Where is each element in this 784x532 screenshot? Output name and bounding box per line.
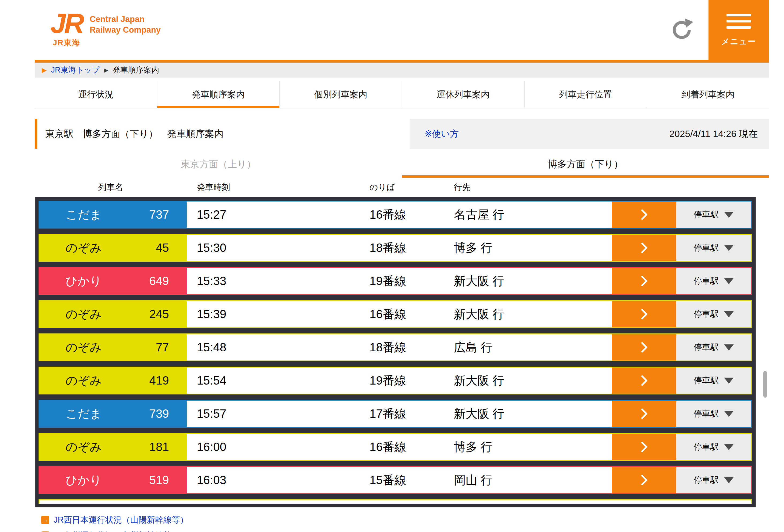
stops-dropdown-button[interactable]: 停車駅	[676, 202, 751, 228]
stops-dropdown-button[interactable]: 停車駅	[676, 367, 751, 394]
departure-board-wrap: こだま 737 15:27 16番線 名古屋 行 停車駅 のぞみ 45 15:3…	[35, 197, 769, 507]
jr-logo-text: JR	[50, 11, 83, 36]
hamburger-icon	[726, 14, 751, 29]
column-header-time: 発車時刻	[187, 182, 359, 193]
destination: 広島 行	[454, 339, 612, 355]
chevron-right-icon	[637, 473, 651, 487]
direction-tab-up-label: 東京方面（上り）	[181, 158, 256, 171]
page: JR JR東海 Central Japan Railway Company メニ…	[0, 0, 784, 532]
title-bar: 東京駅 博多方面（下り） 発車順序案内 ※使い方 2025/4/11 14:26…	[35, 119, 769, 149]
jr-logo-mark: JR JR東海	[50, 11, 83, 48]
jr-central-logo[interactable]: JR JR東海 Central Japan Railway Company	[50, 11, 161, 48]
train-row: のぞみ 245 15:39 16番線 新大阪 行 停車駅	[38, 300, 752, 328]
column-header-train: 列車名	[35, 182, 187, 193]
train-name: のぞみ	[65, 339, 102, 355]
menu-button[interactable]: メニュー	[708, 0, 769, 63]
stops-label: 停車駅	[694, 242, 719, 254]
train-name-cell: のぞみ 77	[39, 334, 187, 360]
platform: 18番線	[359, 339, 454, 355]
page-title: 東京駅 博多方面（下り） 発車順序案内	[45, 128, 224, 140]
detail-arrow-button[interactable]	[612, 235, 676, 261]
train-number: 649	[149, 274, 169, 288]
detail-arrow-button[interactable]	[612, 367, 676, 394]
destination: 博多 行	[454, 240, 612, 256]
direction-tab-down[interactable]: 博多方面（下り）	[402, 153, 769, 178]
chevron-right-icon	[637, 340, 651, 355]
stops-dropdown-button[interactable]: 停車駅	[676, 334, 751, 360]
refresh-icon[interactable]	[669, 17, 695, 43]
chevron-down-icon	[724, 212, 734, 218]
stops-dropdown-button[interactable]: 停車駅	[676, 235, 751, 261]
train-name-cell: ひかり 649	[39, 268, 187, 294]
train-info-cell: 15:39 16番線 新大阪 行	[187, 301, 612, 327]
breadcrumb-arrow-icon: ▶	[42, 66, 47, 74]
stops-label: 停車駅	[694, 408, 719, 419]
stops-dropdown-button[interactable]: 停車駅	[676, 467, 751, 493]
company-name-line2: Railway Company	[90, 25, 161, 35]
detail-arrow-button[interactable]	[612, 268, 676, 294]
stops-dropdown-button[interactable]: 停車駅	[676, 434, 751, 460]
tab-3[interactable]: 運休列車案内	[402, 81, 524, 108]
column-headers: 列車名 発車時刻 のりば 行先	[35, 178, 769, 197]
chevron-down-icon	[724, 345, 734, 351]
stops-dropdown-button[interactable]: 停車駅	[676, 301, 751, 327]
train-row: ひかり 649 15:33 19番線 新大阪 行 停車駅	[38, 267, 752, 295]
destination: 岡山 行	[454, 472, 612, 488]
train-row: こだま 737 15:27 16番線 名古屋 行 停車駅	[38, 201, 752, 229]
direction-tab-up[interactable]: 東京方面（上り）	[35, 153, 402, 178]
stops-dropdown-button[interactable]: 停車駅	[676, 268, 751, 294]
platform: 17番線	[359, 406, 454, 422]
train-name-cell: こだま 739	[39, 401, 187, 427]
company-name: Central Japan Railway Company	[90, 14, 161, 48]
stops-label: 停車駅	[694, 275, 719, 287]
tab-5[interactable]: 到着列車案内	[647, 81, 769, 108]
train-name-cell: のぞみ 245	[39, 301, 187, 327]
breadcrumb: ▶ JR東海トップ ▶ 発車順序案内	[35, 63, 769, 78]
jr-west-status-link[interactable]: JR西日本運行状況（山陽新幹線等）	[41, 514, 769, 526]
tab-0[interactable]: 運行状況	[35, 81, 157, 108]
departure-time: 15:39	[187, 307, 359, 321]
train-number: 45	[156, 241, 169, 255]
timestamp: 2025/4/11 14:26 現在	[669, 128, 758, 140]
breadcrumb-home-link[interactable]: JR東海トップ	[51, 65, 100, 76]
destination: 新大阪 行	[454, 373, 612, 389]
departure-time: 15:27	[187, 208, 359, 221]
departure-time: 15:33	[187, 274, 359, 288]
table-scrollbar-thumb[interactable]	[763, 371, 767, 398]
stops-label: 停車駅	[694, 342, 719, 353]
stops-dropdown-button[interactable]: 停車駅	[676, 401, 751, 427]
jr-tokai-label: JR東海	[53, 37, 80, 48]
platform: 18番線	[359, 240, 454, 256]
detail-arrow-button[interactable]	[612, 401, 676, 427]
chevron-down-icon	[724, 245, 734, 251]
footer-links: JR西日本運行状況（山陽新幹線等） JR九州運行状況（九州新幹線等）	[35, 514, 769, 532]
detail-arrow-button[interactable]	[612, 467, 676, 493]
detail-arrow-button[interactable]	[612, 434, 676, 460]
jr-kyushu-status-link[interactable]: JR九州運行状況（九州新幹線等）	[41, 530, 769, 532]
detail-arrow-button[interactable]	[612, 301, 676, 327]
train-number: 419	[149, 374, 169, 387]
train-info-cell: 15:57 17番線 新大阪 行	[187, 401, 612, 427]
train-info-cell: 15:48 18番線 広島 行	[187, 334, 612, 360]
tab-2[interactable]: 個別列車案内	[279, 81, 402, 108]
destination: 新大阪 行	[454, 273, 612, 289]
tab-1[interactable]: 発車順序案内	[157, 81, 279, 108]
usage-link[interactable]: ※使い方	[425, 128, 459, 140]
train-row: ひかり 519 16:03 15番線 岡山 行 停車駅	[38, 466, 752, 494]
train-info-cell: 16:00 16番線 博多 行	[187, 434, 612, 460]
train-name-cell: のぞみ 181	[39, 434, 187, 460]
detail-arrow-button[interactable]	[612, 334, 676, 360]
chevron-down-icon	[724, 278, 734, 284]
jr-kyushu-status-label: JR九州運行状況（九州新幹線等）	[54, 530, 180, 532]
detail-arrow-button[interactable]	[612, 202, 676, 228]
train-row: のぞみ 77 15:48 18番線 広島 行 停車駅	[38, 333, 752, 361]
platform: 19番線	[359, 273, 454, 289]
train-row-partial	[38, 499, 752, 504]
train-info-cell: 15:33 19番線 新大阪 行	[187, 268, 612, 294]
direction-tab-down-label: 博多方面（下り）	[548, 158, 623, 171]
train-row: のぞみ 419 15:54 19番線 新大阪 行 停車駅	[38, 366, 752, 394]
train-name: ひかり	[65, 273, 102, 289]
train-name: のぞみ	[65, 240, 102, 256]
chevron-right-icon	[637, 406, 651, 421]
tab-4[interactable]: 列車走行位置	[524, 81, 647, 108]
